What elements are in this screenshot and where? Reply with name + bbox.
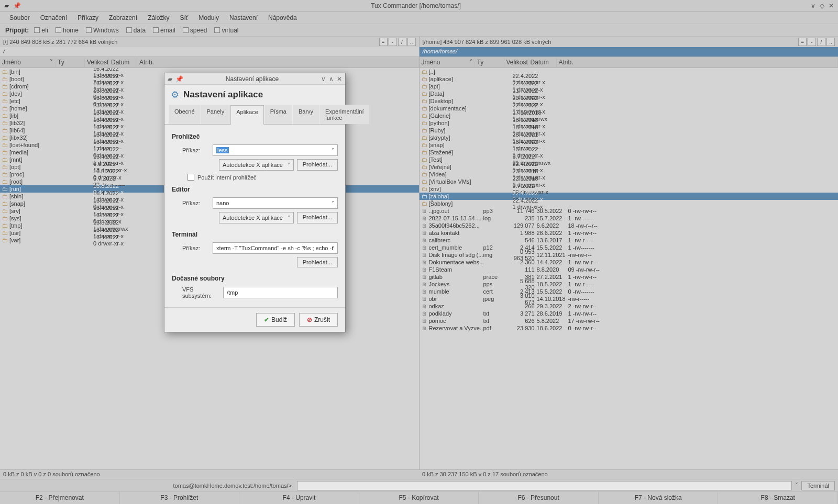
terminal-browse-button[interactable]: Prohledat... xyxy=(297,257,338,267)
connect-virtual[interactable]: virtual xyxy=(214,27,238,34)
fkey[interactable]: F6 - Přesunout xyxy=(479,492,599,504)
file-row[interactable]: 🗀[xnv] 9.7.2022 09 drwxrwxr-x xyxy=(420,185,839,193)
viewer-cmd-input[interactable]: less˅ xyxy=(213,144,338,156)
tab-barvy[interactable]: Barvy xyxy=(293,105,319,124)
right-path[interactable]: /home/tomas/ xyxy=(420,47,839,57)
minimize-icon[interactable]: ∨ xyxy=(811,2,815,9)
menu-moduly[interactable]: Moduly xyxy=(194,13,223,23)
file-row[interactable]: 🗎obrjpeg3 010 673 14.10.2018 -rw-r----- xyxy=(420,295,839,303)
file-row[interactable]: 🗀[VirtualBox VMs] 22.1.2018 1 drwxrwxr-x xyxy=(420,178,839,185)
file-row[interactable]: 🗀[dokumentace] 22.4.2022 1 drwxrwxr-x xyxy=(420,105,839,112)
connect-email[interactable]: email xyxy=(153,27,175,34)
file-row[interactable]: 🗎Rezervovat a Vyzve...pdf23 930 18.6.202… xyxy=(420,324,839,332)
file-row[interactable]: 🗀[skrypty] 28.4.2021 1 drwxrwxr-x xyxy=(420,134,839,141)
menu-nastavení[interactable]: Nastavení xyxy=(225,13,262,23)
viewer-browse-button[interactable]: Prohledat... xyxy=(297,159,338,171)
menu-síť[interactable]: Síť xyxy=(175,13,192,23)
close-icon[interactable]: ✕ xyxy=(829,2,834,9)
connect-data[interactable]: data xyxy=(126,27,146,34)
file-row[interactable]: 🗀[..] xyxy=(420,68,839,75)
file-row[interactable]: 🗀[Galerie] 17.10.2018 1 drwxrwxrwx xyxy=(420,112,839,119)
file-row[interactable]: 🗎..jpg.outpp311 746 30.5.2022 0 -rw-rw-r… xyxy=(420,207,839,215)
menu-nápověda[interactable]: Nápověda xyxy=(264,13,301,23)
file-row[interactable]: 🗎35a00f946bc5262...129 077 6.6.2022 18 -… xyxy=(420,222,839,229)
file-row[interactable]: 🗀[python] 18.1.2018 1 drwxrwxr-x xyxy=(420,119,839,127)
editor-browse-button[interactable]: Prohledat... xyxy=(297,212,338,223)
terminal-cmd-input[interactable]: xterm -T "TuxCommand" -e sh -c '%s ; ech… xyxy=(213,242,338,254)
file-row[interactable]: 🗎gitlabprace381 27.2.2021 1 -rw-rw-r-- xyxy=(420,273,839,281)
connect-Windows[interactable]: Windows xyxy=(86,27,119,34)
menu-soubor[interactable]: Soubor xyxy=(5,13,34,23)
dialog-max-icon[interactable]: ∧ xyxy=(329,75,334,83)
btn-dash[interactable]: - xyxy=(389,38,397,46)
btn-dots[interactable]: .. xyxy=(826,38,835,46)
viewer-autodetect-select[interactable]: Autodetekce X aplikace˅ xyxy=(219,159,294,171)
file-row[interactable]: 🗀[Ruby] 18.1.2018 1 drwxrwxr-x xyxy=(420,127,839,134)
menu-označení[interactable]: Označení xyxy=(36,13,71,23)
btn-eq[interactable]: = xyxy=(379,38,388,46)
connect-efi[interactable]: efi xyxy=(34,27,48,34)
file-row[interactable]: 🗀[snap] 16.4.2022 1 drwx------ xyxy=(420,141,839,149)
file-row[interactable]: 🗀[Stažené] 15.8.2022 1 drwxr-xr-x xyxy=(420,149,839,156)
file-row[interactable]: 🗀[Data] 11.7.2022 1 drwxrwxr-x xyxy=(420,90,839,97)
file-row[interactable]: 🗀[Desktop] 20.1.2022 1 drwxr-xr-x xyxy=(420,97,839,105)
file-row[interactable]: 🗀[aplikace] 22.4.2022 1 drwxrwxr-x xyxy=(420,75,839,83)
file-row[interactable]: 🗀[Videa] 23.1.2018 1 drwxrwxr-x xyxy=(420,171,839,178)
btn-dots[interactable]: .. xyxy=(407,38,416,46)
file-row[interactable]: 🗎Jockeyspps5 688 320 18.5.2022 1 -rw-r--… xyxy=(420,281,839,288)
fkey[interactable]: F4 - Upravit xyxy=(239,492,359,504)
left-path[interactable]: / xyxy=(0,47,419,57)
btn-eq[interactable]: = xyxy=(798,38,807,46)
file-row[interactable]: 🗎alza kontakt1 988 28.6.2022 1 -rw-rw-r-… xyxy=(420,229,839,237)
menu-zobrazení[interactable]: Zobrazení xyxy=(105,13,141,23)
cmd-dropdown-icon[interactable]: ˅ xyxy=(795,482,798,489)
menu-záložky[interactable]: Záložky xyxy=(144,13,173,23)
file-row[interactable]: 🗎2022-07-15-13-54-...log235 15.7.2022 1 … xyxy=(420,215,839,222)
file-row[interactable]: 🗎cert_mumblep122 414 15.5.2022 1 -rw----… xyxy=(420,244,839,251)
editor-cmd-input[interactable]: nano˅ xyxy=(213,197,338,209)
fkey[interactable]: F2 - Přejmenovat xyxy=(0,492,120,504)
tab-experimentální funkce[interactable]: Experimentální funkce xyxy=(319,105,369,124)
vfs-input[interactable]: /tmp xyxy=(223,287,338,298)
dialog-min-icon[interactable]: ∨ xyxy=(321,75,326,83)
file-row[interactable]: 🗎Disk Image of sdg (...img0 953 963 520 … xyxy=(420,251,839,259)
file-row[interactable]: 🗎pomoctxt626 5.8.2022 17 -rw-rw-r-- xyxy=(420,317,839,324)
tab-obecné[interactable]: Obecné xyxy=(169,105,201,124)
terminal-button[interactable]: Terminál xyxy=(801,481,835,490)
tab-aplikace[interactable]: Aplikace xyxy=(230,105,264,125)
file-row[interactable]: 🗎F1Steam111 8.8.2020 09 -rw-rw-r-- xyxy=(420,266,839,273)
connect-home[interactable]: home xyxy=(56,27,79,34)
cmd-input[interactable] xyxy=(297,481,792,490)
dialog-close-icon[interactable]: ✕ xyxy=(337,75,342,83)
connect-speed[interactable]: speed xyxy=(183,27,207,34)
cancel-button[interactable]: ⊘Zrušit xyxy=(299,313,338,327)
file-row[interactable]: 🗎mumblecert2 413 15.5.2022 0 -rw------- xyxy=(420,288,839,295)
use-internal-checkbox[interactable] xyxy=(188,174,194,181)
dialog-pin-icon[interactable]: 📌 xyxy=(175,75,183,83)
file-row[interactable]: 🗀[Test] 8.7.2022 21 drwxrwxrwx xyxy=(420,156,839,163)
tab-panely[interactable]: Panely xyxy=(201,105,230,124)
btn-dash[interactable]: - xyxy=(808,38,816,46)
file-row[interactable]: 🗎odkaz266 29.3.2022 2 -rw-rw-r-- xyxy=(420,303,839,310)
maximize-icon[interactable]: ◇ xyxy=(820,2,824,9)
tab-písma[interactable]: Písma xyxy=(264,105,292,124)
file-row[interactable]: 🗎calibrerc546 13.6.2017 1 -rw-r----- xyxy=(420,237,839,244)
menu-příkazy[interactable]: Příkazy xyxy=(73,13,103,23)
file-row[interactable]: 🗎podkladytxt3 271 28.6.2019 1 -rw-rw-r-- xyxy=(420,310,839,317)
file-row[interactable]: 🗀[Šablony] 22.4.2022 1 drwxr-xr-x xyxy=(420,200,839,207)
fkey[interactable]: F5 - Kopírovat xyxy=(359,492,479,504)
ok-button[interactable]: ✔Budiž xyxy=(256,313,295,327)
file-row[interactable]: 🗎Dokumentace webs...2 360 14.4.2022 1 -r… xyxy=(420,259,839,266)
pin-icon[interactable]: 📌 xyxy=(13,2,21,9)
btn-slash[interactable]: / xyxy=(817,38,825,46)
file-row[interactable]: 🗀[záloha] 22.4.2022 1 drwxr-xr-x xyxy=(420,193,839,200)
file-row[interactable]: 🗀[Veřejné] 22.4.2022 1 drwxr-xr-x xyxy=(420,163,839,171)
editor-autodetect-select[interactable]: Autodetekce X aplikace˅ xyxy=(219,212,294,223)
btn-slash[interactable]: / xyxy=(398,38,406,46)
fkey[interactable]: F7 - Nová složka xyxy=(599,492,719,504)
fkey[interactable]: F3 - Prohlížet xyxy=(120,492,240,504)
sort-icon: ˅ xyxy=(469,59,472,66)
file-row[interactable]: 🗀[apt] 22.4.2022 1 drwxr-xr-x xyxy=(420,83,839,90)
right-panel: [/home] 434 907 824 kB z 899 961 028 kB … xyxy=(420,37,839,469)
fkey[interactable]: F8 - Smazat xyxy=(718,492,838,504)
